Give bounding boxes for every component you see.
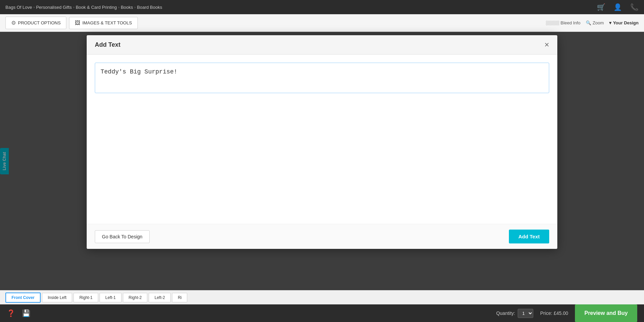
status-bar: ❓ 💾 Quantity: 1 2 3 Price: £45.00 Previe…	[0, 304, 644, 322]
breadcrumb-sep-4: ›	[134, 5, 136, 9]
zoom-icon: 🔍	[586, 20, 591, 25]
product-options-tab[interactable]: ⚙ PRODUCT OPTIONS	[5, 17, 66, 29]
modal-overlay: Add Text × Teddy's Big Surprise! Go Back…	[0, 32, 644, 290]
toolbar-right: Bleed Info 🔍 Zoom ▾ Your Design	[546, 20, 639, 25]
breadcrumb-sep-3: ›	[118, 5, 120, 9]
breadcrumb-sep-1: ›	[34, 5, 35, 9]
bleed-info-button[interactable]: Bleed Info	[546, 20, 581, 25]
tab-left-2[interactable]: Left-2	[149, 293, 171, 302]
price-display: Price: £45.00	[540, 310, 568, 316]
images-text-tools-tab[interactable]: 🖼 IMAGES & TEXT TOOLS	[69, 17, 137, 29]
tab-right-2[interactable]: Right-2	[123, 293, 148, 302]
modal-close-button[interactable]: ×	[544, 41, 549, 49]
go-back-button[interactable]: Go Back To Design	[95, 230, 150, 243]
top-navigation: Bags Of Love › Personalised Gifts › Book…	[0, 0, 644, 14]
add-text-modal: Add Text × Teddy's Big Surprise! Go Back…	[87, 35, 557, 249]
quantity-select[interactable]: 1 2 3	[518, 309, 533, 318]
add-text-button[interactable]: Add Text	[509, 230, 549, 243]
page-tabs-bar: Front Cover Inside Left Right-1 Left-1 R…	[0, 290, 644, 304]
gear-icon: ⚙	[11, 20, 16, 26]
text-input-field[interactable]: Teddy's Big Surprise!	[95, 63, 549, 93]
phone-icon[interactable]: 📞	[630, 3, 639, 11]
breadcrumb: Bags Of Love › Personalised Gifts › Book…	[5, 5, 162, 10]
status-right: Quantity: 1 2 3 Price: £45.00 Preview an…	[496, 304, 637, 322]
tab-front-cover[interactable]: Front Cover	[5, 293, 41, 303]
modal-title: Add Text	[95, 41, 121, 48]
breadcrumb-sep-2: ›	[73, 5, 74, 9]
tab-left-1[interactable]: Left-1	[100, 293, 122, 302]
dropdown-arrow-icon: ▾	[609, 20, 611, 25]
quantity-label: Quantity:	[496, 310, 515, 316]
images-text-tools-label: IMAGES & TEXT TOOLS	[82, 20, 132, 25]
your-design-label: Your Design	[613, 20, 639, 25]
preview-and-buy-button[interactable]: Preview and Buy	[575, 304, 637, 322]
zoom-button[interactable]: 🔍 Zoom	[586, 20, 604, 25]
breadcrumb-books[interactable]: Books	[121, 5, 133, 10]
nav-icons: 🛒 👤 📞	[597, 3, 639, 11]
bleed-pattern-icon	[546, 21, 559, 25]
modal-body: Teddy's Big Surprise!	[87, 55, 557, 224]
image-icon: 🖼	[75, 20, 80, 26]
account-icon[interactable]: 👤	[614, 3, 622, 11]
save-icon[interactable]: 💾	[22, 309, 30, 317]
bleed-info-label: Bleed Info	[561, 20, 581, 25]
modal-header: Add Text ×	[87, 35, 557, 55]
help-icon[interactable]: ❓	[7, 309, 15, 317]
your-design-button[interactable]: ▾ Your Design	[609, 20, 639, 25]
breadcrumb-bags-of-love[interactable]: Bags Of Love	[5, 5, 32, 10]
cart-icon[interactable]: 🛒	[597, 3, 605, 11]
quantity-area: Quantity: 1 2 3	[496, 309, 533, 318]
breadcrumb-personalised-gifts[interactable]: Personalised Gifts	[36, 5, 72, 10]
modal-footer: Go Back To Design Add Text	[87, 224, 557, 249]
tab-ri[interactable]: Ri	[172, 293, 187, 302]
tab-right-1[interactable]: Right-1	[73, 293, 98, 302]
toolbar: ⚙ PRODUCT OPTIONS 🖼 IMAGES & TEXT TOOLS …	[0, 14, 644, 32]
zoom-label: Zoom	[593, 20, 604, 25]
breadcrumb-book-card[interactable]: Book & Card Printing	[76, 5, 117, 10]
breadcrumb-board-books[interactable]: Board Books	[137, 5, 162, 10]
status-left: ❓ 💾	[7, 309, 30, 317]
tab-inside-left[interactable]: Inside Left	[42, 293, 72, 302]
product-options-label: PRODUCT OPTIONS	[18, 20, 61, 25]
main-canvas-area: Add Text × Teddy's Big Surprise! Go Back…	[0, 32, 644, 290]
